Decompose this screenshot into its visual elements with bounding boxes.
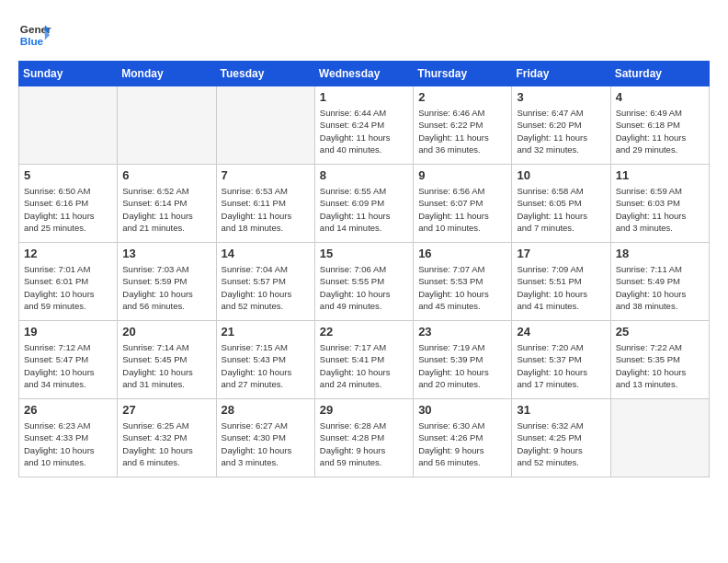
- day-number: 4: [616, 90, 704, 104]
- week-row-4: 19Sunrise: 7:12 AM Sunset: 5:47 PM Dayli…: [19, 321, 710, 399]
- logo-icon: General Blue: [18, 18, 51, 52]
- calendar-cell: 14Sunrise: 7:04 AM Sunset: 5:57 PM Dayli…: [216, 243, 314, 321]
- day-number: 22: [320, 325, 408, 339]
- day-info: Sunrise: 6:28 AM Sunset: 4:28 PM Dayligh…: [320, 419, 408, 468]
- calendar-cell: [216, 86, 314, 165]
- calendar-cell: 11Sunrise: 6:59 AM Sunset: 6:03 PM Dayli…: [610, 165, 709, 243]
- calendar-cell: 18Sunrise: 7:11 AM Sunset: 5:49 PM Dayli…: [610, 243, 709, 321]
- calendar-cell: 29Sunrise: 6:28 AM Sunset: 4:28 PM Dayli…: [314, 399, 413, 477]
- calendar-cell: 27Sunrise: 6:25 AM Sunset: 4:32 PM Dayli…: [118, 399, 216, 477]
- logo: General Blue: [18, 18, 51, 52]
- calendar-cell: [19, 86, 118, 165]
- calendar-cell: 9Sunrise: 6:56 AM Sunset: 6:07 PM Daylig…: [414, 165, 512, 243]
- calendar-cell: 20Sunrise: 7:14 AM Sunset: 5:45 PM Dayli…: [118, 321, 216, 399]
- day-info: Sunrise: 6:50 AM Sunset: 6:16 PM Dayligh…: [24, 185, 112, 234]
- calendar-cell: 10Sunrise: 6:58 AM Sunset: 6:05 PM Dayli…: [512, 165, 610, 243]
- calendar-cell: 13Sunrise: 7:03 AM Sunset: 5:59 PM Dayli…: [118, 243, 216, 321]
- calendar-cell: 24Sunrise: 7:20 AM Sunset: 5:37 PM Dayli…: [512, 321, 610, 399]
- day-info: Sunrise: 7:15 AM Sunset: 5:43 PM Dayligh…: [222, 341, 310, 390]
- day-info: Sunrise: 6:44 AM Sunset: 6:24 PM Dayligh…: [320, 107, 408, 155]
- day-info: Sunrise: 7:12 AM Sunset: 5:47 PM Dayligh…: [24, 341, 112, 390]
- day-number: 3: [517, 90, 605, 104]
- day-info: Sunrise: 6:52 AM Sunset: 6:14 PM Dayligh…: [122, 185, 210, 234]
- header-friday: Friday: [512, 62, 610, 86]
- day-info: Sunrise: 7:09 AM Sunset: 5:51 PM Dayligh…: [517, 263, 605, 312]
- calendar-cell: 4Sunrise: 6:49 AM Sunset: 6:18 PM Daylig…: [610, 86, 709, 165]
- day-number: 31: [517, 403, 605, 417]
- day-number: 23: [418, 325, 506, 339]
- day-info: Sunrise: 6:27 AM Sunset: 4:30 PM Dayligh…: [222, 419, 310, 468]
- calendar-cell: 8Sunrise: 6:55 AM Sunset: 6:09 PM Daylig…: [314, 165, 413, 243]
- calendar-cell: 31Sunrise: 6:32 AM Sunset: 4:25 PM Dayli…: [512, 399, 610, 477]
- calendar-cell: 17Sunrise: 7:09 AM Sunset: 5:51 PM Dayli…: [512, 243, 610, 321]
- calendar-cell: 23Sunrise: 7:19 AM Sunset: 5:39 PM Dayli…: [414, 321, 512, 399]
- day-number: 26: [24, 403, 112, 417]
- week-row-1: 1Sunrise: 6:44 AM Sunset: 6:24 PM Daylig…: [19, 86, 710, 165]
- day-number: 14: [222, 247, 310, 260]
- day-number: 8: [320, 168, 408, 182]
- day-info: Sunrise: 6:55 AM Sunset: 6:09 PM Dayligh…: [320, 185, 408, 234]
- day-number: 11: [616, 168, 704, 182]
- calendar-cell: 22Sunrise: 7:17 AM Sunset: 5:41 PM Dayli…: [314, 321, 413, 399]
- calendar-header-row: SundayMondayTuesdayWednesdayThursdayFrid…: [19, 62, 710, 86]
- day-info: Sunrise: 6:25 AM Sunset: 4:32 PM Dayligh…: [122, 419, 210, 468]
- day-number: 24: [517, 325, 605, 339]
- day-info: Sunrise: 7:19 AM Sunset: 5:39 PM Dayligh…: [418, 341, 506, 390]
- day-info: Sunrise: 7:14 AM Sunset: 5:45 PM Dayligh…: [122, 341, 210, 390]
- day-number: 28: [222, 403, 310, 417]
- day-number: 25: [616, 325, 704, 339]
- day-info: Sunrise: 7:11 AM Sunset: 5:49 PM Dayligh…: [616, 263, 704, 312]
- day-info: Sunrise: 7:03 AM Sunset: 5:59 PM Dayligh…: [122, 263, 210, 312]
- calendar-cell: 26Sunrise: 6:23 AM Sunset: 4:33 PM Dayli…: [19, 399, 118, 477]
- day-number: 15: [320, 247, 408, 260]
- day-number: 1: [320, 90, 408, 104]
- day-info: Sunrise: 7:07 AM Sunset: 5:53 PM Dayligh…: [418, 263, 506, 312]
- day-info: Sunrise: 6:30 AM Sunset: 4:26 PM Dayligh…: [418, 419, 506, 468]
- calendar-cell: 1Sunrise: 6:44 AM Sunset: 6:24 PM Daylig…: [314, 86, 413, 165]
- calendar-cell: 7Sunrise: 6:53 AM Sunset: 6:11 PM Daylig…: [216, 165, 314, 243]
- calendar-cell: 5Sunrise: 6:50 AM Sunset: 6:16 PM Daylig…: [19, 165, 118, 243]
- header-tuesday: Tuesday: [216, 62, 314, 86]
- day-info: Sunrise: 7:20 AM Sunset: 5:37 PM Dayligh…: [517, 341, 605, 390]
- day-number: 20: [122, 325, 210, 339]
- calendar-table: SundayMondayTuesdayWednesdayThursdayFrid…: [18, 61, 710, 477]
- day-number: 13: [122, 247, 210, 260]
- week-row-2: 5Sunrise: 6:50 AM Sunset: 6:16 PM Daylig…: [19, 165, 710, 243]
- calendar-cell: [118, 86, 216, 165]
- day-info: Sunrise: 7:17 AM Sunset: 5:41 PM Dayligh…: [320, 341, 408, 390]
- calendar-cell: 2Sunrise: 6:46 AM Sunset: 6:22 PM Daylig…: [414, 86, 512, 165]
- day-number: 9: [418, 168, 506, 182]
- day-number: 18: [616, 247, 704, 260]
- calendar-cell: 21Sunrise: 7:15 AM Sunset: 5:43 PM Dayli…: [216, 321, 314, 399]
- header-thursday: Thursday: [414, 62, 512, 86]
- day-info: Sunrise: 7:06 AM Sunset: 5:55 PM Dayligh…: [320, 263, 408, 312]
- calendar-cell: 30Sunrise: 6:30 AM Sunset: 4:26 PM Dayli…: [414, 399, 512, 477]
- day-info: Sunrise: 6:47 AM Sunset: 6:20 PM Dayligh…: [517, 107, 605, 155]
- day-number: 30: [418, 403, 506, 417]
- header-monday: Monday: [118, 62, 216, 86]
- header-saturday: Saturday: [610, 62, 709, 86]
- day-number: 2: [418, 90, 506, 104]
- day-info: Sunrise: 6:59 AM Sunset: 6:03 PM Dayligh…: [616, 185, 704, 234]
- svg-text:Blue: Blue: [20, 35, 44, 47]
- day-info: Sunrise: 6:58 AM Sunset: 6:05 PM Dayligh…: [517, 185, 605, 234]
- day-info: Sunrise: 6:23 AM Sunset: 4:33 PM Dayligh…: [24, 419, 112, 468]
- calendar-cell: 19Sunrise: 7:12 AM Sunset: 5:47 PM Dayli…: [19, 321, 118, 399]
- calendar-cell: 6Sunrise: 6:52 AM Sunset: 6:14 PM Daylig…: [118, 165, 216, 243]
- day-number: 7: [222, 168, 310, 182]
- day-number: 5: [24, 168, 112, 182]
- day-info: Sunrise: 6:53 AM Sunset: 6:11 PM Dayligh…: [222, 185, 310, 234]
- day-number: 27: [122, 403, 210, 417]
- day-number: 19: [24, 325, 112, 339]
- page-header: General Blue: [18, 18, 710, 52]
- day-number: 6: [122, 168, 210, 182]
- day-info: Sunrise: 6:46 AM Sunset: 6:22 PM Dayligh…: [418, 107, 506, 155]
- day-number: 29: [320, 403, 408, 417]
- calendar-cell: 25Sunrise: 7:22 AM Sunset: 5:35 PM Dayli…: [610, 321, 709, 399]
- week-row-5: 26Sunrise: 6:23 AM Sunset: 4:33 PM Dayli…: [19, 399, 710, 477]
- week-row-3: 12Sunrise: 7:01 AM Sunset: 6:01 PM Dayli…: [19, 243, 710, 321]
- day-number: 17: [517, 247, 605, 260]
- header-wednesday: Wednesday: [314, 62, 413, 86]
- day-number: 10: [517, 168, 605, 182]
- day-number: 16: [418, 247, 506, 260]
